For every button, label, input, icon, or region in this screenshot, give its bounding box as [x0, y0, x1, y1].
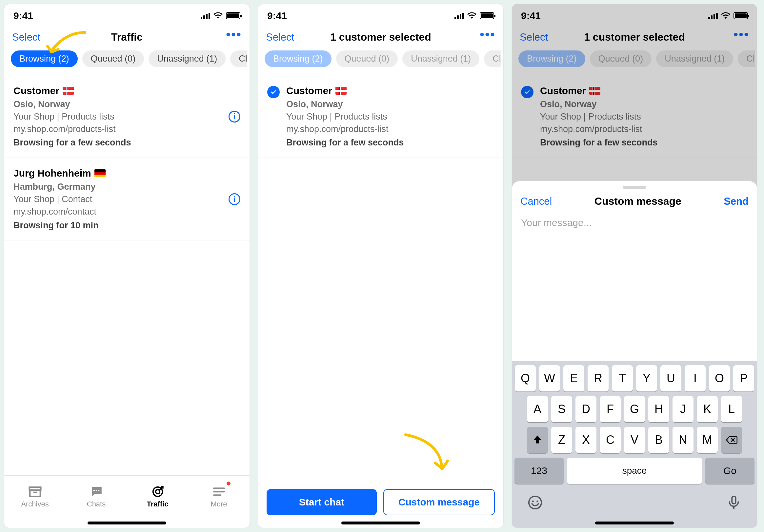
more-options-button[interactable]: ••• [226, 27, 242, 42]
key-v[interactable]: V [624, 427, 645, 453]
cellular-icon [708, 12, 718, 19]
start-chat-button[interactable]: Start chat [267, 489, 377, 515]
keyboard-row: ASDFGHJKL [514, 396, 754, 422]
sheet-header: Cancel Custom message Send [512, 191, 757, 214]
key-s[interactable]: S [551, 396, 572, 422]
send-button[interactable]: Send [724, 196, 749, 207]
pill-more[interactable]: Cl [484, 51, 501, 67]
key-x[interactable]: X [575, 427, 596, 453]
space-key[interactable]: space [567, 458, 702, 484]
key-h[interactable]: H [648, 396, 669, 422]
key-i[interactable]: I [685, 365, 706, 391]
key-w[interactable]: W [539, 365, 560, 391]
key-n[interactable]: N [672, 427, 693, 453]
customer-location: Oslo, Norway [286, 98, 494, 111]
key-p[interactable]: P [733, 365, 754, 391]
pill-browsing[interactable]: Browsing (2) [518, 51, 585, 67]
key-r[interactable]: R [588, 365, 609, 391]
check-icon[interactable] [521, 86, 533, 98]
key-l[interactable]: L [721, 396, 742, 422]
nav-header: Select 1 customer selected ••• [258, 27, 503, 49]
status-time: 9:41 [521, 10, 541, 21]
numeric-key[interactable]: 123 [514, 458, 564, 484]
menu-icon [212, 485, 226, 498]
select-button[interactable]: Select [266, 32, 294, 43]
pill-unassigned[interactable]: Unassigned (1) [402, 51, 479, 67]
pill-browsing[interactable]: Browsing (2) [11, 51, 78, 67]
check-icon[interactable] [267, 86, 280, 98]
tab-traffic[interactable]: Traffic [127, 476, 188, 518]
key-y[interactable]: Y [636, 365, 657, 391]
pill-unassigned[interactable]: Unassigned (1) [656, 51, 733, 67]
info-icon[interactable]: i [229, 193, 240, 205]
tab-chats[interactable]: Chats [66, 476, 127, 518]
customer-name: Customer [13, 84, 59, 98]
key-c[interactable]: C [600, 427, 621, 453]
customer-status: Browsing for a few seconds [13, 137, 240, 149]
tab-label: Traffic [146, 500, 168, 508]
pill-unassigned[interactable]: Unassigned (1) [148, 51, 226, 67]
key-k[interactable]: K [697, 396, 718, 422]
customer-row[interactable]: Customer Oslo, Norway Your Shop | Produc… [512, 75, 757, 158]
customer-url: my.shop.com/products-list [13, 123, 240, 136]
customer-row[interactable]: Customer Oslo, Norway Your Shop | Produc… [258, 75, 503, 158]
custom-message-button[interactable]: Custom message [383, 489, 495, 515]
key-u[interactable]: U [661, 365, 681, 391]
pill-queued[interactable]: Queued (0) [336, 51, 398, 67]
battery-icon [733, 12, 748, 19]
pill-more[interactable]: Cl [738, 51, 755, 67]
mic-icon[interactable] [726, 495, 741, 511]
customer-page: Your Shop | Products lists [286, 111, 494, 123]
flag-icon [589, 87, 600, 95]
key-m[interactable]: M [697, 427, 718, 453]
select-button[interactable]: Select [520, 32, 548, 43]
go-key[interactable]: Go [705, 458, 754, 484]
sheet-grabber[interactable] [623, 186, 646, 189]
pill-more[interactable]: Cl [230, 51, 247, 67]
shift-key[interactable] [527, 427, 548, 453]
key-q[interactable]: Q [515, 365, 536, 391]
backspace-key[interactable] [721, 427, 742, 453]
key-b[interactable]: B [648, 427, 669, 453]
home-indicator[interactable] [258, 518, 503, 528]
customer-row[interactable]: Jurg Hohenheim Hamburg, Germany Your Sho… [4, 158, 250, 240]
status-bar: 9:41 [4, 4, 250, 27]
customer-name: Customer [286, 84, 332, 98]
select-button[interactable]: Select [12, 32, 40, 43]
key-t[interactable]: T [612, 365, 633, 391]
key-g[interactable]: G [624, 396, 645, 422]
pill-queued[interactable]: Queued (0) [590, 51, 652, 67]
pill-queued[interactable]: Queued (0) [82, 51, 144, 67]
custom-message-sheet: Cancel Custom message Send Your message.… [512, 181, 757, 528]
key-d[interactable]: D [575, 396, 596, 422]
page-title: 1 customer selected [556, 31, 713, 43]
tab-more[interactable]: More [188, 476, 250, 518]
flag-icon [63, 87, 74, 95]
home-indicator[interactable] [4, 518, 250, 528]
pill-browsing[interactable]: Browsing (2) [265, 51, 331, 67]
key-e[interactable]: E [563, 365, 584, 391]
more-options-button[interactable]: ••• [480, 27, 495, 42]
key-z[interactable]: Z [551, 427, 572, 453]
more-options-button[interactable]: ••• [733, 27, 749, 42]
nav-header: Select Traffic ••• [4, 27, 250, 49]
key-o[interactable]: O [709, 365, 730, 391]
svg-point-6 [532, 500, 534, 502]
status-indicators [201, 12, 240, 19]
home-indicator[interactable] [512, 518, 757, 528]
message-input[interactable]: Your message... [512, 214, 757, 361]
cellular-icon [455, 12, 464, 19]
emoji-icon[interactable] [528, 495, 543, 511]
tab-archives[interactable]: Archives [4, 476, 66, 518]
customer-status: Browsing for a few seconds [286, 137, 494, 149]
cancel-button[interactable]: Cancel [520, 196, 552, 207]
tab-label: Chats [87, 500, 105, 508]
key-j[interactable]: J [672, 396, 693, 422]
info-icon[interactable]: i [229, 111, 240, 122]
customer-row[interactable]: Customer Oslo, Norway Your Shop | Produc… [4, 75, 250, 158]
customer-list: Customer Oslo, Norway Your Shop | Produc… [4, 75, 250, 475]
placeholder-text: Your message... [521, 217, 592, 228]
key-a[interactable]: A [527, 396, 548, 422]
action-row: Start chat Custom message [258, 482, 503, 518]
key-f[interactable]: F [600, 396, 621, 422]
